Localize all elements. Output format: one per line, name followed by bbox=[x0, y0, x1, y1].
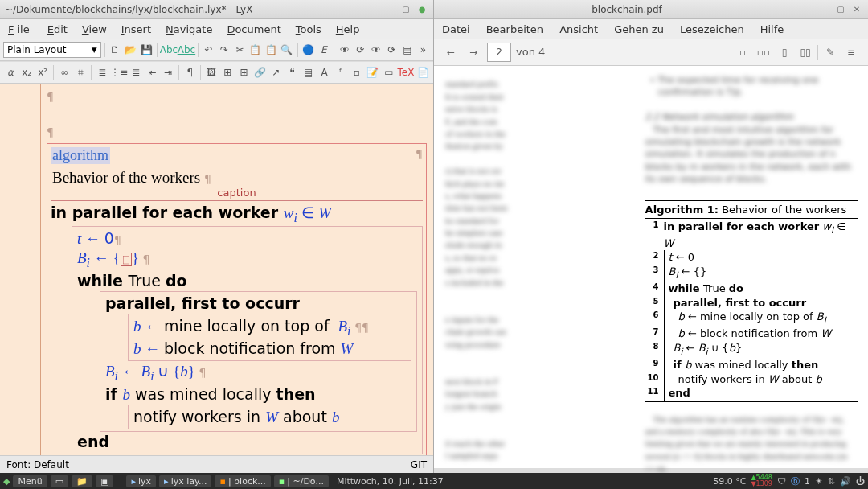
menu-insert[interactable]: Insert bbox=[118, 22, 154, 37]
algo-line-2[interactable]: t ← 0¶ bbox=[77, 228, 417, 249]
more-icon[interactable]: » bbox=[416, 42, 430, 58]
footnote-icon[interactable]: ᶠ bbox=[334, 64, 348, 80]
paragraph-icon[interactable]: ¶ bbox=[182, 64, 197, 80]
maximize-button[interactable]: ▢ bbox=[834, 3, 847, 16]
caption-text[interactable]: Behavior of the workers bbox=[52, 169, 204, 186]
list3-icon[interactable]: ≣ bbox=[129, 64, 143, 80]
math-superscript-icon[interactable]: x² bbox=[35, 64, 50, 80]
update-view-icon[interactable]: ⟳ bbox=[354, 42, 367, 58]
spell-toggle-icon[interactable]: Abc bbox=[178, 42, 194, 58]
figure-icon[interactable]: 🖼 bbox=[204, 64, 219, 80]
prev-page-button[interactable]: ← bbox=[442, 43, 460, 61]
menu-hilfe[interactable]: Hilfe bbox=[757, 22, 788, 37]
annotate-icon[interactable]: ✎ bbox=[821, 43, 839, 61]
menu-ansicht[interactable]: Ansicht bbox=[556, 22, 601, 37]
algo-line-1[interactable]: in parallel for each worker wi ∈ W bbox=[51, 203, 423, 226]
view-single-icon[interactable]: ▫ bbox=[734, 43, 751, 61]
quote-icon[interactable]: ∞ bbox=[57, 64, 72, 80]
caption-inset[interactable]: Behavior of the workers ¶ caption bbox=[51, 167, 423, 201]
task-lyx-layout[interactable]: ▸lyx lay... bbox=[159, 475, 211, 487]
menu-view[interactable]: View bbox=[79, 22, 110, 37]
menu-datei[interactable]: Datei bbox=[439, 22, 473, 37]
algorithm-float[interactable]: algorithm ¶ Behavior of the workers ¶ ca… bbox=[47, 143, 427, 455]
file-manager-button[interactable]: 📁 bbox=[72, 475, 92, 487]
redo-icon[interactable]: ↷ bbox=[217, 42, 231, 58]
minimize-button[interactable]: – bbox=[818, 3, 831, 16]
menu-file[interactable]: File bbox=[5, 22, 36, 37]
cut-icon[interactable]: ✂ bbox=[233, 42, 247, 58]
paragraph-layout-combo[interactable]: Plain Layout▼ bbox=[3, 42, 101, 58]
new-file-icon[interactable]: 🗋 bbox=[108, 42, 122, 58]
algo-line-6[interactable]: b ← mine locally on top of Bi ¶¶ bbox=[133, 316, 406, 339]
open-file-icon[interactable]: 📂 bbox=[124, 42, 137, 58]
include-icon[interactable]: 📄 bbox=[416, 64, 430, 80]
next-page-button[interactable]: → bbox=[465, 43, 482, 61]
display-math-icon[interactable]: ⌗ bbox=[73, 64, 88, 80]
power-icon[interactable]: ⏻ bbox=[856, 476, 865, 487]
maximize-button[interactable]: ▢ bbox=[399, 3, 412, 16]
master-update-icon[interactable]: ⟳ bbox=[385, 42, 399, 58]
spellcheck-icon[interactable]: Abc bbox=[161, 42, 177, 58]
shield-icon[interactable]: 🛡 bbox=[777, 476, 786, 487]
navigate-icon[interactable]: 🔵 bbox=[301, 42, 314, 58]
algo-line-7[interactable]: b ← block notification from W bbox=[133, 339, 406, 359]
minimize-button[interactable]: – bbox=[383, 3, 396, 16]
menu-help[interactable]: Help bbox=[333, 22, 363, 37]
start-menu-button[interactable]: Menü bbox=[13, 475, 47, 487]
weather-icon[interactable]: ☀ bbox=[815, 476, 823, 487]
algo-line-9[interactable]: if b was mined locally then bbox=[105, 384, 411, 405]
menu-lesezeichen[interactable]: Lesezeichen bbox=[677, 22, 747, 37]
menu-document[interactable]: Document bbox=[223, 22, 284, 37]
view-continuous-icon[interactable]: ▯ bbox=[776, 43, 793, 61]
ert-icon[interactable]: TeX bbox=[398, 64, 414, 80]
toggle-emph-icon[interactable]: E bbox=[317, 42, 330, 58]
float-label[interactable]: algorithm bbox=[51, 147, 110, 164]
indent-left-icon[interactable]: ⇤ bbox=[145, 64, 159, 80]
close-button[interactable]: ● bbox=[416, 3, 428, 16]
menu-edit[interactable]: Edit bbox=[44, 22, 71, 37]
workspace-indicator[interactable]: 1 bbox=[805, 476, 810, 487]
algo-line-11[interactable]: end bbox=[77, 432, 417, 452]
terminal-button[interactable]: ▣ bbox=[96, 475, 113, 487]
index-icon[interactable]: ▤ bbox=[301, 64, 316, 80]
math-subscript-icon[interactable]: x₂ bbox=[19, 64, 34, 80]
viewer-menu-icon[interactable]: ≡ bbox=[842, 43, 860, 61]
citation-icon[interactable]: ❝ bbox=[285, 64, 300, 80]
view-cont-facing-icon[interactable]: ▯▯ bbox=[796, 43, 814, 61]
network-icon[interactable]: ⇅ bbox=[828, 476, 835, 487]
menu-gehenzu[interactable]: Gehen zu bbox=[611, 22, 667, 37]
algo-line-4[interactable]: while True do bbox=[77, 271, 417, 291]
view-facing-icon[interactable]: ▫▫ bbox=[755, 43, 772, 61]
close-button[interactable]: ✕ bbox=[850, 3, 863, 16]
nomencl-icon[interactable]: A bbox=[317, 64, 332, 80]
paste-icon[interactable]: 📋 bbox=[264, 42, 278, 58]
marginnote-icon[interactable]: ▫ bbox=[350, 64, 364, 80]
task-lyx[interactable]: ▸lyx bbox=[126, 475, 156, 487]
find-icon[interactable]: 🔍 bbox=[280, 42, 293, 58]
menu-tools[interactable]: Tools bbox=[293, 22, 325, 37]
box-icon[interactable]: ▭ bbox=[382, 64, 396, 80]
volume-icon[interactable]: 🔊 bbox=[840, 476, 851, 487]
math-icon[interactable]: α bbox=[3, 64, 18, 80]
master-view-icon[interactable]: 👁 bbox=[369, 42, 383, 58]
algo-line-5[interactable]: parallel, first to occurr bbox=[105, 294, 411, 314]
hyperlink-icon[interactable]: 🔗 bbox=[252, 64, 267, 80]
cross-ref-icon[interactable]: ↗ bbox=[269, 64, 284, 80]
lyx-editor-canvas[interactable]: ¶ ¶ algorithm ¶ Behavior of the workers … bbox=[0, 84, 433, 455]
task-documents[interactable]: ▪| ~/Do... bbox=[274, 475, 329, 487]
menu-bearbeiten[interactable]: Bearbeiten bbox=[483, 22, 547, 37]
show-desktop-button[interactable]: ▭ bbox=[51, 475, 68, 487]
indent-right-icon[interactable]: ⇥ bbox=[161, 64, 175, 80]
algo-line-10[interactable]: notify workers in W about b bbox=[133, 407, 406, 427]
page-number-input[interactable]: 2 bbox=[487, 43, 511, 62]
table-icon[interactable]: ⊞ bbox=[220, 64, 235, 80]
tabular-icon[interactable]: ⊞ bbox=[236, 64, 251, 80]
algo-line-8[interactable]: Bi ← Bi ∪ {b} ¶ bbox=[105, 361, 411, 384]
number-list-icon[interactable]: ⋮≡ bbox=[111, 64, 127, 80]
bluetooth-icon[interactable]: ⓑ bbox=[791, 475, 800, 487]
algo-line-3[interactable]: Bi ← {⎕} ¶ bbox=[77, 249, 417, 271]
view-pdf-icon[interactable]: 👁 bbox=[338, 42, 351, 58]
pdf-page-view[interactable]: standard prefixIt to extend theirnsive b… bbox=[434, 66, 868, 473]
copy-icon[interactable]: 📋 bbox=[248, 42, 262, 58]
outline-icon[interactable]: ▤ bbox=[400, 42, 414, 58]
